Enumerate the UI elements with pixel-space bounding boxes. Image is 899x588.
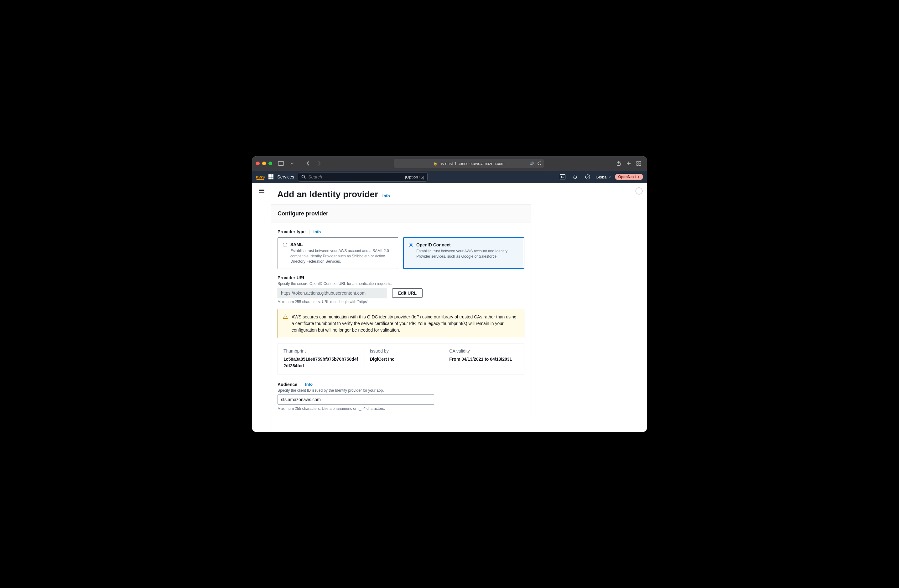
audience-input[interactable] (278, 395, 434, 404)
nav-back-button[interactable] (304, 159, 312, 168)
radio-description: Establish trust between your AWS account… (416, 248, 519, 259)
audience-constraint: Maximum 255 characters. Use alphanumeric… (278, 406, 524, 411)
issued-by-value: DigiCert Inc (370, 356, 439, 363)
svg-rect-8 (637, 164, 639, 166)
svg-point-10 (302, 175, 305, 178)
thumbprint-label: Thumbprint (283, 349, 360, 353)
notifications-icon[interactable] (571, 173, 579, 181)
aws-top-nav: aws Services [Option+S] ? Global OpenNex… (252, 171, 647, 183)
provider-url-hint: Specify the secure OpenID Connect URL fo… (278, 281, 524, 286)
tabs-overview-icon[interactable] (634, 159, 643, 168)
window-controls (256, 162, 272, 165)
svg-rect-6 (637, 162, 639, 164)
svg-rect-7 (639, 162, 641, 164)
cloudshell-icon[interactable] (558, 173, 567, 181)
menu-toggle-icon[interactable] (259, 189, 264, 431)
global-search[interactable]: [Option+S] (298, 172, 428, 182)
provider-type-openid[interactable]: OpenID Connect Establish trust between y… (403, 237, 524, 269)
panel-title: Configure provider (278, 210, 524, 217)
radio-description: Establish trust between your AWS account… (290, 248, 393, 264)
validity-value: From 04/13/2021 to 04/13/2031 (449, 356, 518, 363)
audience-info-link[interactable]: Info (305, 382, 313, 387)
provider-type-saml[interactable]: SAML Establish trust between your AWS ac… (278, 237, 398, 269)
oidc-warning-alert: AWS secures communication with this OIDC… (278, 309, 524, 338)
radio-title: SAML (290, 242, 393, 247)
certificate-details: Thumbprint 1c58a3a8518e8759bf075b76b750d… (278, 343, 524, 375)
fullscreen-window-button[interactable] (269, 162, 272, 165)
warning-icon (283, 314, 288, 319)
search-icon (301, 175, 306, 179)
search-input[interactable] (308, 174, 403, 179)
svg-rect-12 (560, 175, 565, 179)
services-link[interactable]: Services (277, 174, 294, 179)
svg-rect-0 (278, 162, 284, 166)
account-label: OpenNext (618, 175, 636, 179)
provider-url-input: https://token.actions.githubusercontent.… (278, 288, 387, 298)
issued-by-label: Issued by (370, 349, 439, 353)
search-shortcut-hint: [Option+S] (405, 175, 425, 179)
radio-title: OpenID Connect (416, 242, 519, 247)
minimize-window-button[interactable] (262, 162, 266, 165)
audio-icon[interactable]: 🔊 (530, 162, 534, 166)
thumbprint-value: 1c58a3a8518e8759bf075b76b750d4f2df264fcd (283, 356, 360, 369)
browser-titlebar: 🔒 us-east-1.console.aws.amazon.com 🔊 (252, 156, 647, 171)
share-icon[interactable] (614, 159, 623, 168)
radio-icon (409, 243, 413, 247)
alert-text: AWS secures communication with this OIDC… (292, 314, 519, 333)
configure-provider-panel: Configure provider Provider type Info (271, 204, 531, 419)
svg-line-11 (304, 178, 306, 179)
account-chip[interactable]: OpenNext ▼ (615, 174, 643, 180)
help-icon[interactable]: ? (583, 173, 592, 181)
reload-icon[interactable] (537, 161, 542, 166)
provider-type-info-link[interactable]: Info (313, 230, 321, 234)
aws-logo[interactable]: aws (256, 174, 265, 180)
tab-group-chevron-icon[interactable] (288, 159, 297, 168)
side-gutter (252, 183, 271, 431)
provider-url-constraint: Maximum 255 characters. URL must begin w… (278, 299, 524, 304)
radio-icon (283, 243, 287, 247)
panel-header: Configure provider (271, 205, 531, 223)
chevron-down-icon: ▼ (637, 175, 640, 179)
close-window-button[interactable] (256, 162, 260, 165)
validity-label: CA validity (449, 349, 518, 353)
lock-icon: 🔒 (433, 162, 437, 166)
svg-rect-9 (639, 164, 641, 166)
provider-type-label: Provider type Info (278, 229, 524, 234)
edit-url-button[interactable]: Edit URL (392, 289, 423, 298)
region-selector[interactable]: Global (596, 175, 612, 179)
provider-url-label: Provider URL (278, 275, 524, 280)
region-label: Global (596, 175, 608, 179)
services-grid-icon[interactable] (269, 174, 273, 179)
page-title: Add an Identity provider Info (271, 190, 531, 204)
audience-label: Audience Info (278, 382, 524, 387)
main-content: Add an Identity provider Info Configure … (271, 183, 531, 431)
right-rail: i (531, 183, 647, 431)
page-info-link[interactable]: Info (383, 193, 390, 198)
browser-window: 🔒 us-east-1.console.aws.amazon.com 🔊 (252, 156, 647, 431)
svg-text:?: ? (587, 175, 589, 179)
chevron-down-icon (609, 176, 611, 178)
url-text: us-east-1.console.aws.amazon.com (439, 161, 504, 166)
nav-forward-button[interactable] (315, 159, 324, 168)
audience-hint: Specify the client ID issued by the Iden… (278, 388, 524, 393)
address-bar[interactable]: 🔒 us-east-1.console.aws.amazon.com 🔊 (394, 159, 544, 168)
sidebar-toggle-icon[interactable] (276, 159, 285, 168)
info-panel-toggle[interactable]: i (636, 188, 643, 194)
new-tab-icon[interactable] (624, 159, 633, 168)
